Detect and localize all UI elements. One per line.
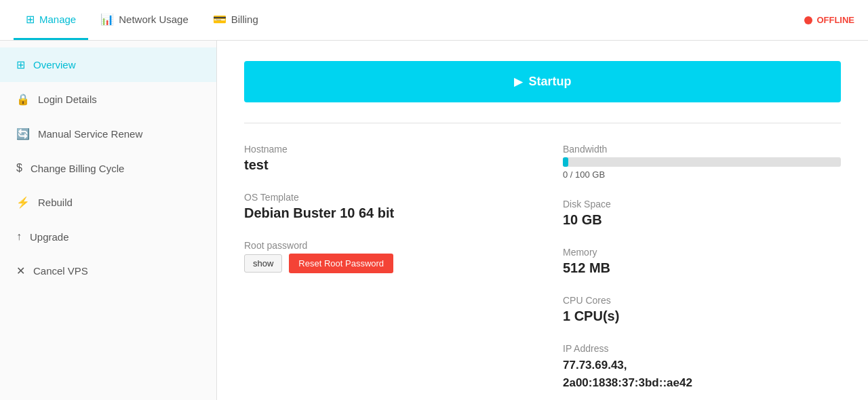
tab-network-usage[interactable]: 📊 Network Usage: [88, 0, 201, 40]
bandwidth-bar-container: [563, 157, 841, 167]
manage-icon: ⊞: [26, 13, 35, 26]
sidebar-item-login-details[interactable]: 🔒 Login Details: [0, 82, 216, 117]
sidebar-item-change-billing-cycle[interactable]: $ Change Billing Cycle: [0, 151, 216, 185]
root-password-label: Root password: [244, 240, 522, 251]
main-content: ▶ Startup Hostname test OS Template Debi…: [217, 41, 868, 400]
os-template-label: OS Template: [244, 192, 522, 203]
reset-root-password-button[interactable]: Reset Root Password: [289, 254, 393, 273]
memory-label: Memory: [563, 247, 841, 258]
sidebar-rebuild-label: Rebuild: [38, 197, 73, 208]
sidebar-renew-label: Manual Service Renew: [38, 128, 142, 140]
sidebar-cancel-label: Cancel VPS: [33, 265, 88, 277]
tab-billing[interactable]: 💳 Billing: [201, 0, 271, 40]
memory-value: 512 MB: [563, 260, 841, 276]
os-template-value: Debian Buster 10 64 bit: [244, 205, 522, 221]
sidebar-item-upgrade[interactable]: ↑ Upgrade: [0, 220, 216, 254]
tab-network-label: Network Usage: [119, 14, 189, 25]
sidebar-upgrade-label: Upgrade: [30, 231, 69, 243]
disk-space-label: Disk Space: [563, 199, 841, 209]
startup-button[interactable]: ▶ Startup: [244, 61, 841, 102]
sidebar-login-label: Login Details: [38, 94, 97, 105]
sidebar-overview-label: Overview: [33, 59, 76, 71]
bandwidth-label: Bandwidth: [563, 144, 841, 155]
lock-icon: 🔒: [16, 93, 30, 106]
hostname-label: Hostname: [244, 144, 522, 155]
os-template-section: OS Template Debian Buster 10 64 bit: [244, 192, 522, 221]
sidebar-item-cancel-vps[interactable]: ✕ Cancel VPS: [0, 254, 216, 288]
ip-address-section: IP Address 77.73.69.43, 2a00:1838:37:3bd…: [563, 343, 841, 391]
startup-button-label: Startup: [529, 75, 572, 89]
status-label: OFFLINE: [816, 15, 854, 25]
status-dot: [804, 16, 812, 24]
play-icon: ▶: [514, 75, 522, 88]
overview-icon: ⊞: [16, 58, 25, 71]
root-password-row: show Reset Root Password: [244, 254, 522, 273]
sidebar-item-overview[interactable]: ⊞ Overview: [0, 47, 216, 82]
top-nav: ⊞ Manage 📊 Network Usage 💳 Billing OFFLI…: [0, 0, 868, 41]
root-password-section: Root password show Reset Root Password: [244, 240, 522, 273]
bandwidth-bar-fill: [563, 157, 568, 167]
renew-icon: 🔄: [16, 127, 30, 140]
tab-manage[interactable]: ⊞ Manage: [14, 0, 88, 40]
rebuild-icon: ⚡: [16, 196, 30, 209]
left-column: Hostname test OS Template Debian Buster …: [244, 144, 522, 400]
disk-space-value: 10 GB: [563, 212, 841, 228]
main-layout: ⊞ Overview 🔒 Login Details 🔄 Manual Serv…: [0, 41, 868, 400]
cpu-section: CPU Cores 1 CPU(s): [563, 295, 841, 324]
status-badge: OFFLINE: [804, 15, 854, 25]
sidebar-item-manual-service-renew[interactable]: 🔄 Manual Service Renew: [0, 117, 216, 151]
show-password-button[interactable]: show: [244, 254, 282, 273]
network-icon: 📊: [100, 13, 114, 26]
ip-address-label: IP Address: [563, 343, 841, 354]
sidebar-item-rebuild[interactable]: ⚡ Rebuild: [0, 185, 216, 220]
ip-address-value: 77.73.69.43, 2a00:1838:37:3bd::ae42: [563, 357, 841, 391]
tab-billing-label: Billing: [231, 14, 258, 25]
sidebar: ⊞ Overview 🔒 Login Details 🔄 Manual Serv…: [0, 41, 217, 400]
tab-manage-label: Manage: [39, 14, 76, 25]
memory-section: Memory 512 MB: [563, 247, 841, 276]
ip-line2: 2a00:1838:37:3bd::ae42: [563, 374, 841, 392]
cancel-icon: ✕: [16, 264, 25, 277]
divider: [244, 123, 841, 123]
disk-space-section: Disk Space 10 GB: [563, 199, 841, 228]
sidebar-billing-label: Change Billing Cycle: [31, 163, 124, 174]
ip-line1: 77.73.69.43,: [563, 357, 841, 374]
hostname-value: test: [244, 157, 522, 173]
right-column: Bandwidth 0 / 100 GB Disk Space 10 GB Me…: [563, 144, 841, 400]
cpu-label: CPU Cores: [563, 295, 841, 306]
cpu-value: 1 CPU(s): [563, 308, 841, 324]
bandwidth-text: 0 / 100 GB: [563, 169, 841, 180]
nav-tabs: ⊞ Manage 📊 Network Usage 💳 Billing: [14, 0, 271, 40]
info-grid: Hostname test OS Template Debian Buster …: [244, 144, 841, 400]
upgrade-icon: ↑: [16, 231, 22, 243]
billing-cycle-icon: $: [16, 162, 22, 174]
billing-icon: 💳: [213, 13, 226, 26]
bandwidth-section: Bandwidth 0 / 100 GB: [563, 144, 841, 180]
hostname-section: Hostname test: [244, 144, 522, 173]
